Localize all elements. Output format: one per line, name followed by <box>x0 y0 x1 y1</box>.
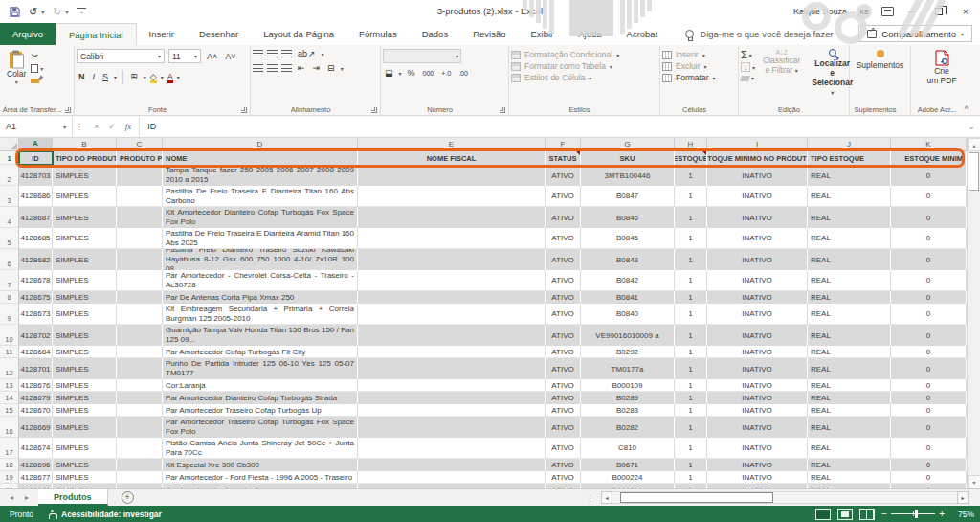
zoom-knob[interactable] <box>915 510 918 518</box>
user-name[interactable]: Kaique Souza <box>793 7 847 16</box>
decrease-decimal-button[interactable]: .00 <box>457 70 470 77</box>
tell-me-box[interactable]: Diga-me o que você deseja fazer <box>685 23 833 45</box>
cell[interactable]: 4128678 <box>19 270 53 291</box>
cell[interactable]: REAL <box>808 404 891 417</box>
cell[interactable]: 4128676 <box>19 379 53 392</box>
cell[interactable]: SIMPLES <box>53 358 117 379</box>
cell[interactable] <box>358 471 546 484</box>
cell[interactable]: 1 <box>675 438 707 459</box>
cell[interactable] <box>358 207 546 228</box>
cell[interactable] <box>117 438 163 459</box>
row-number[interactable]: 10 <box>0 325 19 346</box>
cell[interactable]: 1 <box>675 392 707 404</box>
cell[interactable] <box>117 304 163 325</box>
cell[interactable] <box>358 165 546 186</box>
row-number[interactable]: 11 <box>0 346 19 358</box>
row-number[interactable]: 15 <box>0 404 19 417</box>
cell[interactable]: SIMPLES <box>53 417 117 438</box>
cell[interactable]: INATIVO <box>707 249 808 270</box>
orientation-button[interactable]: ab↗ <box>296 49 318 58</box>
cell[interactable]: 0 <box>891 270 967 291</box>
cell[interactable]: Par Amortecedor Traseiro Cofap Turbogás … <box>163 404 358 417</box>
column-header-B[interactable]: B <box>53 138 117 151</box>
cell[interactable]: C810 <box>581 438 675 459</box>
dialog-launcher-icon[interactable] <box>241 107 247 113</box>
cell[interactable]: 4128702 <box>19 325 53 346</box>
increase-decimal-button[interactable]: +.0 <box>439 70 453 77</box>
cell[interactable] <box>358 404 546 417</box>
cell[interactable]: 1 <box>675 459 707 471</box>
row-number[interactable]: 8 <box>0 291 19 304</box>
cell[interactable]: Pastilha De Freio Traseira E Dianteira A… <box>163 228 358 249</box>
cell[interactable]: B0847 <box>581 186 675 207</box>
avatar[interactable]: KS <box>857 4 872 19</box>
cell[interactable]: STATUS <box>546 151 581 165</box>
cell[interactable]: 1 <box>675 228 707 249</box>
align-right-icon[interactable] <box>281 64 292 72</box>
cell[interactable]: PRODUTO PAI <box>117 151 163 165</box>
ribbon-display-options-icon[interactable] <box>881 7 894 16</box>
cell[interactable]: INATIVO <box>707 471 808 484</box>
cell[interactable]: 4128703 <box>19 165 53 186</box>
row-number[interactable]: 7 <box>0 270 19 291</box>
tab-p-gina-inicial[interactable]: Página Inicial <box>56 23 137 45</box>
cell[interactable]: SIMPLES <box>53 438 117 459</box>
splitter-handle[interactable]: ⋮ <box>586 489 593 507</box>
cell[interactable]: 1 <box>675 325 707 346</box>
cell[interactable]: 4128674 <box>19 438 53 459</box>
cell[interactable]: ATIVO <box>546 325 581 346</box>
cell[interactable] <box>117 325 163 346</box>
cell[interactable]: ATIVO <box>546 304 581 325</box>
cell[interactable]: ATIVO <box>546 358 581 379</box>
cell[interactable]: ATIVO <box>546 207 581 228</box>
cell[interactable]: Pastilha Freio Dianteiro Traseiro Suzuki… <box>163 249 358 270</box>
cell[interactable]: ESTOQUE MINIM <box>891 151 967 165</box>
cell[interactable]: INATIVO <box>707 417 808 438</box>
cell[interactable]: NOME FISCAL <box>358 151 546 165</box>
row-number[interactable]: 18 <box>0 459 19 471</box>
cell[interactable] <box>358 325 546 346</box>
cell[interactable]: 1 <box>675 249 707 270</box>
cell[interactable]: REAL <box>808 346 891 358</box>
cell[interactable]: REAL <box>808 291 891 304</box>
cell[interactable] <box>117 270 163 291</box>
font-size-combo[interactable]: 11▾ <box>168 49 201 63</box>
align-top-icon[interactable] <box>253 50 263 57</box>
cell[interactable]: B0840 <box>581 304 675 325</box>
cell[interactable]: NOME <box>163 151 358 165</box>
close-button[interactable]: × <box>957 4 974 19</box>
create-pdf-button[interactable]: Crie um PDF <box>913 48 970 87</box>
cell[interactable]: B0283 <box>581 404 675 417</box>
cell[interactable]: 4128679 <box>19 392 53 404</box>
column-header-C[interactable]: C <box>117 138 163 151</box>
fill-color-button[interactable]: ◇ <box>150 73 157 81</box>
cell[interactable]: SIMPLES <box>53 291 117 304</box>
cell[interactable]: REAL <box>808 392 891 404</box>
column-header-D[interactable]: D <box>163 138 358 151</box>
cell[interactable]: REAL <box>808 304 891 325</box>
cell[interactable]: B0841 <box>581 291 675 304</box>
cell[interactable]: 1 <box>675 165 707 186</box>
cell[interactable] <box>117 249 163 270</box>
row-number[interactable]: 9 <box>0 304 19 325</box>
cell[interactable]: 4128685 <box>19 228 53 249</box>
cell[interactable]: REAL <box>808 471 891 484</box>
zoom-slider[interactable]: − + <box>881 510 945 519</box>
tab-f-rmulas[interactable]: Fórmulas <box>346 23 410 45</box>
cell[interactable]: 0 <box>891 404 967 417</box>
cell[interactable] <box>358 249 546 270</box>
cell[interactable]: 4128673 <box>19 304 53 325</box>
cell[interactable]: B0289 <box>581 392 675 404</box>
vertical-scroll-thumb[interactable] <box>969 152 979 191</box>
cell[interactable]: SIMPLES <box>53 249 117 270</box>
accessibility-status[interactable]: Acessibilidade: investigar <box>48 510 162 519</box>
name-box[interactable]: A1▾ <box>0 116 73 137</box>
align-middle-icon[interactable] <box>267 50 278 57</box>
sheet-nav-left-icon[interactable]: ◂ <box>10 493 13 502</box>
dialog-launcher-icon[interactable] <box>500 107 505 113</box>
cell[interactable]: ATIVO <box>546 249 581 270</box>
column-header-F[interactable]: F <box>546 138 581 151</box>
normal-view-button[interactable] <box>815 509 831 520</box>
cell[interactable]: B0282 <box>581 417 675 438</box>
minimize-button[interactable]: ─ <box>903 4 921 19</box>
